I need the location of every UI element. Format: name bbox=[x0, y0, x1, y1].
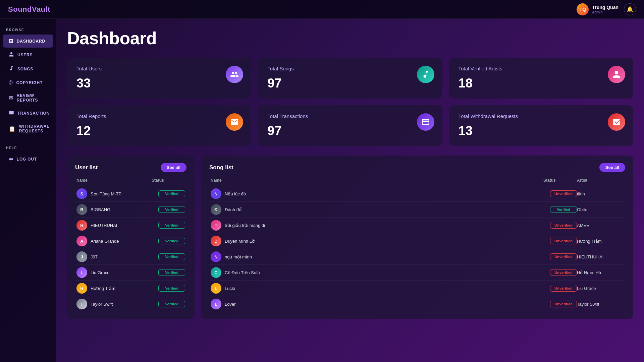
logout-icon: ⬅ bbox=[9, 156, 13, 162]
table-row: D Duyên Mình Lỡ Unverified Hương Trầm bbox=[209, 233, 625, 249]
user-name: Liu Grace bbox=[91, 270, 158, 275]
sidebar-item-transaction[interactable]: TRANSACTION bbox=[3, 107, 53, 120]
sidebar-item-label: DASHBOARD bbox=[17, 39, 45, 44]
stat-value: 13 bbox=[459, 124, 624, 138]
status-badge: Verified bbox=[158, 253, 185, 260]
stat-value: 18 bbox=[459, 76, 624, 90]
svg-rect-0 bbox=[9, 111, 13, 115]
col-header-status: Status bbox=[543, 178, 577, 183]
status-badge: Unverified bbox=[550, 301, 577, 307]
table-row: N ngủ một mình Unverified HIEUTHUHAI bbox=[209, 249, 625, 265]
avatar: C bbox=[211, 267, 221, 278]
sidebar-item-users[interactable]: USERS bbox=[3, 48, 53, 62]
song-list-title: Song list bbox=[209, 164, 233, 171]
status-badge: Verified bbox=[158, 301, 185, 307]
song-list-header: Song list See all bbox=[209, 163, 625, 172]
stat-value: 97 bbox=[267, 76, 433, 90]
avatar: D bbox=[211, 236, 221, 246]
song-list-see-all-button[interactable]: See all bbox=[599, 163, 625, 172]
song-list-col-headers: Name Status Artist bbox=[209, 178, 625, 183]
notification-bell-button[interactable]: 🔔 bbox=[624, 3, 636, 15]
stats-grid: Total Users 33 Total Songs 97 Total Veri… bbox=[67, 58, 633, 146]
song-name: Đánh đổi bbox=[225, 207, 550, 212]
avatar: T bbox=[211, 220, 221, 231]
user-role: Admin bbox=[592, 10, 619, 14]
stat-icon-artists bbox=[608, 66, 625, 83]
user-name: Trung Quan bbox=[592, 5, 619, 10]
stat-icon-withdrawal bbox=[608, 113, 625, 131]
sidebar-item-logout[interactable]: ⬅ LOG OUT bbox=[3, 153, 53, 166]
sidebar-item-label: REVIEW REPORTS bbox=[17, 93, 47, 103]
avatar: Đ bbox=[211, 204, 221, 215]
avatar: T bbox=[76, 299, 87, 309]
status-badge: Verified bbox=[550, 206, 577, 213]
lists-grid: User list See all Name Status S Sơn Tùng… bbox=[67, 156, 633, 319]
table-row: Đ Đánh đổi Verified Obito bbox=[209, 202, 625, 218]
sidebar-item-copyright[interactable]: © COPYRIGHT bbox=[3, 76, 53, 89]
stat-icon-reports bbox=[226, 113, 243, 131]
stat-card-total-verified-artists: Total Verified Artists 18 bbox=[449, 58, 633, 99]
sidebar-item-dashboard[interactable]: ⊞ DASHBOARD bbox=[3, 35, 53, 48]
status-badge: Unverified bbox=[550, 253, 577, 260]
page-title: Dashboard bbox=[67, 28, 633, 48]
stat-label: Total Transactions bbox=[267, 113, 433, 119]
avatar: L bbox=[211, 283, 221, 294]
table-row: T Taylor Swift Verified bbox=[75, 296, 186, 312]
sidebar-item-withdrawal-requests[interactable]: 📋 WITHDRAWAL REQUESTS bbox=[3, 121, 53, 137]
user-list-card: User list See all Name Status S Sơn Tùng… bbox=[67, 156, 195, 319]
table-row: J J97 Verified bbox=[75, 249, 186, 265]
song-name: Nếu lúc đó bbox=[225, 191, 550, 196]
copyright-icon: © bbox=[9, 80, 13, 86]
artist-name: Liu Grace bbox=[577, 286, 624, 291]
stat-card-total-reports: Total Reports 12 bbox=[67, 105, 251, 146]
user-list-title: User list bbox=[75, 164, 98, 171]
stat-card-total-transactions: Total Transactions 97 bbox=[258, 105, 442, 146]
avatar: N bbox=[211, 188, 221, 199]
stat-label: Total Users bbox=[76, 66, 242, 71]
col-header-artist: Artist bbox=[577, 178, 624, 183]
artist-name: HIEUTHUHAI bbox=[577, 254, 624, 259]
avatar: J bbox=[76, 251, 87, 262]
withdrawal-requests-icon: 📋 bbox=[9, 126, 16, 132]
song-name: Duyên Mình Lỡ bbox=[225, 239, 550, 244]
status-badge: Verified bbox=[158, 222, 185, 229]
app-logo: SoundVault bbox=[8, 5, 50, 14]
sidebar-item-label: TRANSACTION bbox=[17, 111, 50, 116]
artist-name: tlinh bbox=[577, 191, 624, 196]
status-badge: Verified bbox=[158, 285, 185, 292]
table-row: S Sơn Tùng M-TP Verified bbox=[75, 186, 186, 202]
sidebar-item-label: SONGS bbox=[17, 67, 33, 71]
user-list-rows: S Sơn Tùng M-TP Verified B BIGBANG Verif… bbox=[75, 186, 186, 312]
help-label: HELP bbox=[0, 146, 56, 150]
review-reports-icon: ✉ bbox=[9, 95, 13, 101]
avatar: A bbox=[76, 236, 87, 246]
status-badge: Unverified bbox=[550, 285, 577, 292]
status-badge: Unverified bbox=[550, 269, 577, 276]
song-name: Lover bbox=[225, 302, 550, 307]
avatar: TQ bbox=[577, 3, 589, 15]
table-row: L Lucki Unverified Liu Grace bbox=[209, 281, 625, 296]
status-badge: Unverified bbox=[550, 222, 577, 229]
avatar: L bbox=[76, 267, 87, 278]
sidebar-item-review-reports[interactable]: ✉ REVIEW REPORTS bbox=[3, 90, 53, 106]
status-badge: Verified bbox=[158, 269, 185, 276]
sidebar-item-label: USERS bbox=[17, 53, 33, 57]
transaction-icon bbox=[9, 110, 14, 117]
status-badge: Verified bbox=[158, 206, 185, 213]
stat-card-total-users: Total Users 33 bbox=[67, 58, 251, 99]
user-name: BIGBANG bbox=[91, 207, 158, 212]
stat-label: Total Withdrawal Requests bbox=[459, 113, 624, 119]
stat-icon-songs bbox=[417, 66, 434, 83]
browse-label: BROWSE bbox=[0, 28, 56, 32]
user-name: J97 bbox=[91, 254, 158, 259]
col-header-name: Name bbox=[76, 178, 152, 183]
topbar-right: TQ Trung Quan Admin 🔔 bbox=[577, 3, 636, 15]
stat-card-total-withdrawal: Total Withdrawal Requests 13 bbox=[449, 105, 633, 146]
user-list-see-all-button[interactable]: See all bbox=[161, 163, 186, 172]
sidebar-item-songs[interactable]: SONGS bbox=[3, 62, 53, 76]
status-badge: Verified bbox=[158, 238, 185, 244]
sidebar-item-label: LOG OUT bbox=[17, 157, 37, 162]
user-list-header: User list See all bbox=[75, 163, 186, 172]
artist-name: Hồ Ngọc Hà bbox=[577, 270, 624, 275]
song-name: Lucki bbox=[225, 286, 550, 291]
